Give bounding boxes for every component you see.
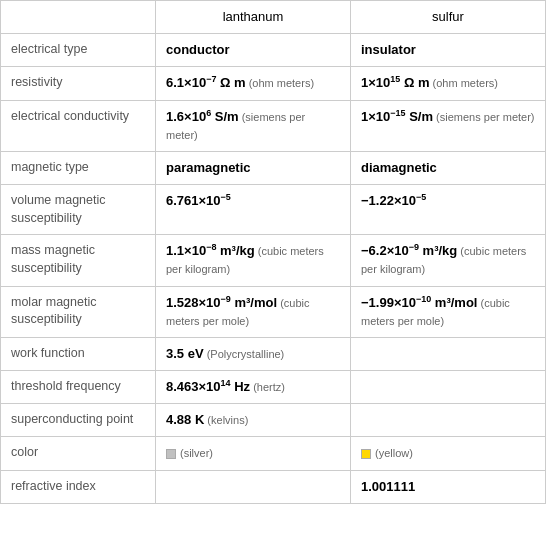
- lanthanum-value: conductor: [156, 34, 351, 67]
- sulfur-value: 1×10−15 S/m (siemens per meter): [351, 100, 546, 151]
- property-label: mass magnetic susceptibility: [1, 235, 156, 286]
- header-sulfur: sulfur: [351, 1, 546, 34]
- lanthanum-value: 1.6×106 S/m (siemens per meter): [156, 100, 351, 151]
- sulfur-value: insulator: [351, 34, 546, 67]
- property-label: work function: [1, 337, 156, 370]
- lanthanum-value: paramagnetic: [156, 151, 351, 184]
- sulfur-value: −1.99×10−10 m³/mol (cubic meters per mol…: [351, 286, 546, 337]
- property-label: refractive index: [1, 470, 156, 503]
- sulfur-value: 1×1015 Ω m (ohm meters): [351, 67, 546, 100]
- lanthanum-value: 8.463×1014 Hz (hertz): [156, 371, 351, 404]
- properties-table: lanthanum sulfur electrical typeconducto…: [0, 0, 546, 504]
- lanthanum-value: 4.88 K (kelvins): [156, 404, 351, 437]
- header-property: [1, 1, 156, 34]
- sulfur-value: (yellow): [351, 437, 546, 470]
- sulfur-value: diamagnetic: [351, 151, 546, 184]
- lanthanum-value: 6.1×10−7 Ω m (ohm meters): [156, 67, 351, 100]
- sulfur-value: [351, 337, 546, 370]
- property-label: electrical conductivity: [1, 100, 156, 151]
- property-label: superconducting point: [1, 404, 156, 437]
- sulfur-value: [351, 404, 546, 437]
- sulfur-value: −1.22×10−5: [351, 185, 546, 235]
- sulfur-value: 1.001111: [351, 470, 546, 503]
- property-label: molar magnetic susceptibility: [1, 286, 156, 337]
- lanthanum-value: 6.761×10−5: [156, 185, 351, 235]
- property-label: color: [1, 437, 156, 470]
- lanthanum-value: 3.5 eV (Polycrystalline): [156, 337, 351, 370]
- sulfur-value: −6.2×10−9 m³/kg (cubic meters per kilogr…: [351, 235, 546, 286]
- lanthanum-value: [156, 470, 351, 503]
- property-label: resistivity: [1, 67, 156, 100]
- sulfur-value: [351, 371, 546, 404]
- property-label: threshold frequency: [1, 371, 156, 404]
- lanthanum-value: (silver): [156, 437, 351, 470]
- property-label: volume magnetic susceptibility: [1, 185, 156, 235]
- lanthanum-value: 1.1×10−8 m³/kg (cubic meters per kilogra…: [156, 235, 351, 286]
- header-lanthanum: lanthanum: [156, 1, 351, 34]
- property-label: electrical type: [1, 34, 156, 67]
- lanthanum-value: 1.528×10−9 m³/mol (cubic meters per mole…: [156, 286, 351, 337]
- property-label: magnetic type: [1, 151, 156, 184]
